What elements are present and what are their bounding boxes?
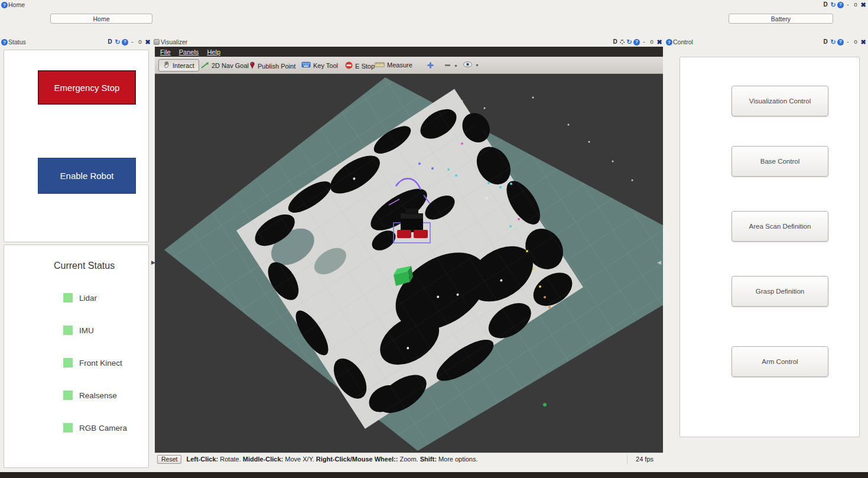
indicator-label: IMU: [79, 326, 94, 335]
grasp-definition-button[interactable]: Grasp Definition: [732, 276, 828, 307]
close-icon[interactable]: ✖: [860, 1, 867, 8]
indicator-label: Lidar: [79, 294, 97, 303]
dock-icon[interactable]: D: [106, 38, 113, 45]
rviz-scene: [155, 74, 663, 453]
close-icon[interactable]: ✖: [656, 38, 663, 45]
dock-icon[interactable]: D: [822, 1, 829, 8]
minimize-icon[interactable]: -: [129, 38, 136, 45]
reload-icon[interactable]: ↻: [114, 38, 121, 45]
help-text: Move X/Y.: [283, 456, 316, 463]
status-panel-title: Status: [8, 38, 26, 45]
tool-label: Publish Point: [258, 63, 295, 70]
view-visibility-tool[interactable]: ▼: [463, 61, 479, 69]
tool-label: Interact: [173, 62, 194, 69]
help-key: Left-Click:: [186, 456, 218, 463]
zoom-in-tool[interactable]: [427, 61, 434, 70]
control-panel-title: Control: [673, 38, 693, 45]
help-icon[interactable]: ?: [837, 2, 844, 8]
chevron-down-icon: ▼: [475, 63, 479, 67]
tool-e-stop[interactable]: E Stop: [345, 61, 375, 70]
maximize-icon[interactable]: o: [136, 38, 144, 45]
help-text: More options.: [437, 456, 478, 463]
ruler-icon: [375, 61, 385, 69]
menu-file[interactable]: File: [160, 48, 171, 56]
battery-button[interactable]: Battery: [729, 14, 833, 24]
minimize-icon[interactable]: -: [844, 1, 851, 8]
help-badge-icon: ?: [1, 2, 8, 8]
maximize-icon[interactable]: o: [852, 38, 859, 45]
zoom-minus-icon: [444, 61, 451, 70]
help-icon[interactable]: ?: [633, 39, 640, 45]
home-button[interactable]: Home: [50, 14, 152, 24]
visualization-control-button[interactable]: Visualization Control: [732, 86, 828, 116]
status-led-icon: [63, 391, 73, 400]
3d-viewport[interactable]: [155, 74, 663, 453]
help-badge-icon: ?: [1, 39, 8, 45]
status-panel-titlebar: ? Status D ↻ ? - o ✖: [1, 38, 151, 46]
status-indicator-imu: IMU: [63, 326, 94, 335]
nav-goal-arrow-icon: [201, 61, 209, 70]
hand-icon: [163, 61, 170, 70]
reset-button[interactable]: Reset: [157, 455, 181, 464]
emergency-stop-button[interactable]: Emergency Stop: [38, 70, 136, 105]
reload-icon[interactable]: ↻: [626, 38, 633, 45]
minimize-icon[interactable]: -: [844, 38, 851, 45]
minimize-icon[interactable]: -: [641, 38, 648, 45]
tool-measure[interactable]: Measure: [375, 61, 412, 69]
visualizer-plugin-icon: [154, 39, 160, 45]
home-panel-titlebar: ? Home D ↻ ? - o ✖: [1, 1, 867, 9]
close-icon[interactable]: ✖: [144, 38, 151, 45]
help-key: Shift:: [420, 456, 437, 463]
arm-control-button[interactable]: Arm Control: [732, 346, 828, 377]
current-status-box: [4, 245, 149, 468]
tool-2d-nav-goal[interactable]: 2D Nav Goal: [201, 61, 249, 70]
gear-icon[interactable]: [620, 40, 625, 44]
zoom-out-tool[interactable]: ▼: [444, 61, 458, 70]
visualizer-panel-titlebar: Visualizer D ↻ ? - o ✖: [154, 38, 663, 46]
tool-key-tool[interactable]: Key Tool: [301, 61, 338, 69]
status-led-icon: [63, 358, 73, 368]
keyboard-icon: [301, 61, 311, 69]
maximize-icon[interactable]: o: [648, 38, 655, 45]
viewport-help-text: Left-Click: Rotate. Middle-Click: Move X…: [186, 456, 477, 463]
tool-label: Measure: [387, 61, 412, 69]
no-entry-icon: [345, 61, 353, 70]
menu-panels[interactable]: Panels: [179, 48, 199, 56]
status-indicator-realsense: Realsense: [63, 391, 117, 400]
enable-robot-button[interactable]: Enable Robot: [38, 158, 136, 194]
area-scan-definition-button[interactable]: Area Scan Definition: [732, 211, 828, 242]
dock-icon[interactable]: D: [612, 38, 619, 45]
visualizer-panel-title: Visualizer: [161, 38, 187, 45]
panel-collapse-right-icon[interactable]: ◀: [657, 260, 661, 265]
indicator-label: RGB Camera: [79, 424, 127, 433]
help-icon[interactable]: ?: [122, 39, 128, 45]
status-indicator-rgb-camera: RGB Camera: [63, 423, 127, 433]
home-panel-title: Home: [8, 1, 25, 8]
tool-publish-point[interactable]: Publish Point: [249, 61, 295, 70]
dock-icon[interactable]: D: [822, 38, 829, 45]
help-key: Right-Click/Mouse Wheel::: [316, 456, 398, 463]
status-led-icon: [63, 423, 73, 433]
status-led-icon: [63, 326, 73, 335]
base-control-button[interactable]: Base Control: [732, 146, 828, 177]
visualizer-menubar: File Panels Help: [155, 47, 663, 57]
control-panel-titlebar: ? Control D ↻ ? - o ✖: [666, 38, 867, 46]
maximize-icon[interactable]: o: [852, 1, 859, 8]
tool-label: E Stop: [355, 63, 375, 70]
panel-collapse-left-icon[interactable]: ▶: [151, 260, 155, 265]
status-indicator-front-kinect: Front Kinect: [63, 358, 122, 368]
help-icon[interactable]: ?: [837, 39, 844, 45]
chevron-down-icon: ▼: [454, 64, 458, 68]
map-pin-icon: [249, 61, 255, 70]
tool-interact[interactable]: Interact: [158, 59, 199, 71]
close-icon[interactable]: ✖: [860, 38, 867, 45]
status-indicator-lidar: Lidar: [63, 293, 97, 303]
help-text: Rotate.: [218, 456, 243, 463]
reload-icon[interactable]: ↻: [830, 38, 837, 45]
bottom-window-edge: [0, 472, 868, 478]
help-key: Middle-Click:: [243, 456, 283, 463]
reload-icon[interactable]: ↻: [830, 1, 837, 8]
visualizer-statusbar: Reset Left-Click: Rotate. Middle-Click: …: [155, 453, 663, 465]
eye-icon: [463, 61, 472, 69]
menu-help[interactable]: Help: [207, 48, 220, 56]
